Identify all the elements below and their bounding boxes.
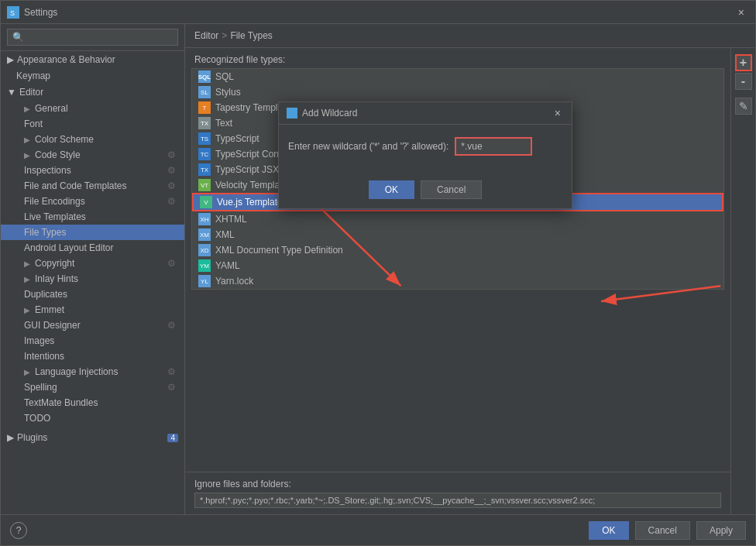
settings-window: S Settings × ▶ Appearance & Behavior Key… (0, 0, 756, 546)
sidebar-item-appearance[interactable]: ▶ Appearance & Behavior (1, 51, 184, 68)
settings-icon: ⚙ (167, 165, 178, 176)
settings-icon: ⚙ (167, 258, 178, 269)
file-type-icon: T (198, 101, 211, 114)
sidebar-item-font[interactable]: Font (1, 116, 184, 132)
file-type-icon: XD (198, 244, 211, 256)
breadcrumb-current: File Types (230, 30, 272, 41)
settings-icon: ⚙ (167, 366, 178, 377)
sidebar-item-editor[interactable]: ▼ Editor (1, 84, 184, 101)
dialog-input-label: Enter new wildcard ('*' and '?' allowed)… (288, 141, 448, 152)
sidebar-item-plugins[interactable]: ▶ Plugins 4 (1, 429, 184, 446)
list-item[interactable]: SQL SQL (192, 69, 723, 84)
cancel-button[interactable]: Cancel (635, 521, 690, 540)
file-type-icon: TX (198, 117, 211, 129)
arrow-icon: ▶ (7, 432, 14, 443)
settings-icon: ⚙ (167, 320, 178, 331)
sidebar-label: Intentions (24, 351, 64, 362)
file-type-icon: XM (198, 228, 211, 241)
sidebar-item-gui-designer[interactable]: GUI Designer ⚙ (1, 318, 184, 333)
sidebar-label: Live Templates (24, 211, 86, 222)
apply-button[interactable]: Apply (696, 521, 746, 540)
recognized-label: Recognized file types: (185, 54, 730, 68)
sidebar-label: File Encodings (24, 196, 85, 207)
settings-icon: ⚙ (167, 180, 178, 191)
sidebar-item-copyright[interactable]: ▶ Copyright ⚙ (1, 256, 184, 271)
sidebar-item-android-layout-editor[interactable]: Android Layout Editor (1, 240, 184, 256)
wildcard-input[interactable] (455, 137, 532, 156)
settings-icon: ⚙ (167, 196, 178, 207)
search-box (1, 24, 184, 51)
footer: ? OK Cancel Apply (1, 514, 755, 545)
file-type-icon: TX (198, 163, 211, 176)
dialog-cancel-button[interactable]: Cancel (421, 180, 482, 199)
window-title: Settings (24, 7, 57, 18)
sidebar-item-todo[interactable]: TODO (1, 410, 184, 426)
sidebar-label: File Types (24, 227, 66, 238)
file-type-icon: TC (198, 148, 211, 160)
add-wildcard-dialog: Add Wildcard × Enter new wildcard ('*' a… (278, 101, 572, 209)
sidebar-item-spelling[interactable]: Spelling ⚙ (1, 379, 184, 395)
sidebar-item-intentions[interactable]: Intentions (1, 349, 184, 364)
dialog-title: Add Wildcard (302, 108, 552, 118)
arrow-icon: ▶ (24, 105, 32, 113)
arrow-icon: ▶ (7, 54, 14, 65)
sidebar-item-live-templates[interactable]: Live Templates (1, 209, 184, 225)
sidebar-label: Images (24, 335, 54, 346)
sidebar-item-file-code-templates[interactable]: File and Code Templates ⚙ (1, 178, 184, 194)
sidebar-item-emmet[interactable]: ▶ Emmet (1, 302, 184, 318)
arrow-icon: ▼ (7, 87, 16, 98)
help-button[interactable]: ? (10, 522, 27, 539)
sidebar-item-file-types[interactable]: File Types (1, 225, 184, 240)
arrow-icon: ▶ (24, 368, 32, 376)
dialog-ok-button[interactable]: OK (369, 180, 414, 199)
sidebar-item-file-encodings[interactable]: File Encodings ⚙ (1, 194, 184, 209)
sidebar-label: Spelling (24, 382, 57, 393)
ok-button[interactable]: OK (589, 521, 628, 540)
sidebar-label: Plugins (17, 432, 47, 443)
sidebar-label: Android Layout Editor (24, 242, 113, 253)
dialog-icon (287, 108, 297, 118)
app-icon: S (7, 6, 19, 19)
settings-icon: ⚙ (167, 149, 178, 160)
sidebar-label: Appearance & Behavior (17, 54, 115, 65)
dialog-close-button[interactable]: × (552, 107, 564, 119)
sidebar-label: Color Scheme (35, 134, 94, 145)
arrow-icon: ▶ (24, 259, 32, 268)
sidebar: ▶ Appearance & Behavior Keymap ▼ Editor … (1, 24, 185, 514)
breadcrumb-separator: > (222, 30, 227, 41)
sidebar-item-keymap[interactable]: Keymap (1, 68, 184, 84)
arrow-icon: ▶ (24, 151, 32, 160)
file-type-icon: SQL (198, 70, 211, 83)
file-type-icon: XH (198, 213, 211, 225)
title-bar: S Settings × (1, 1, 755, 24)
add-button[interactable]: + (735, 54, 752, 71)
sidebar-label: GUI Designer (24, 320, 81, 331)
sidebar-item-textmate-bundles[interactable]: TextMate Bundles (1, 395, 184, 410)
plugins-badge: 4 (167, 434, 178, 442)
content-area: ▶ Appearance & Behavior Keymap ▼ Editor … (1, 24, 755, 514)
sidebar-item-language-injections[interactable]: ▶ Language Injections ⚙ (1, 364, 184, 379)
sidebar-item-inspections[interactable]: Inspections ⚙ (1, 163, 184, 178)
dialog-body: Enter new wildcard ('*' and '?' allowed)… (279, 125, 572, 177)
close-button[interactable]: × (734, 5, 749, 20)
dialog-input-row: Enter new wildcard ('*' and '?' allowed)… (288, 137, 562, 156)
sidebar-item-images[interactable]: Images (1, 333, 184, 349)
file-type-icon: YL (198, 275, 211, 287)
sidebar-label: TODO (24, 413, 50, 424)
file-type-icon: V (200, 196, 212, 208)
sidebar-label: Inlay Hints (35, 273, 78, 284)
sidebar-item-duplicates[interactable]: Duplicates (1, 287, 184, 302)
arrow-icon: ▶ (24, 306, 32, 314)
sidebar-label: Language Injections (35, 366, 118, 377)
file-type-icon: TS (198, 132, 211, 145)
sidebar-label: Emmet (35, 304, 64, 315)
sidebar-label: File and Code Templates (24, 180, 127, 191)
sidebar-label: Copyright (35, 258, 74, 269)
dialog-title-bar: Add Wildcard × (279, 102, 572, 125)
sidebar-item-color-scheme[interactable]: ▶ Color Scheme (1, 132, 184, 147)
search-input[interactable] (7, 29, 178, 46)
sidebar-item-general[interactable]: ▶ General (1, 101, 184, 116)
sidebar-label: Inspections (24, 165, 71, 176)
sidebar-item-inlay-hints[interactable]: ▶ Inlay Hints (1, 271, 184, 287)
sidebar-item-code-style[interactable]: ▶ Code Style ⚙ (1, 147, 184, 163)
